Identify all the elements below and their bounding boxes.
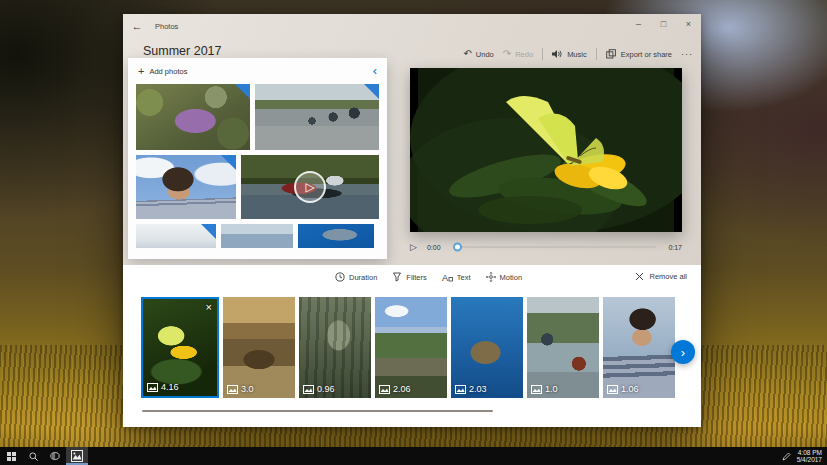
clock-icon (335, 272, 345, 282)
svg-text:A: A (442, 273, 448, 283)
maximize-icon: □ (661, 19, 666, 29)
storyboard-clip-butterfly[interactable]: × 4.16 (141, 297, 219, 398)
plus-icon: + (138, 65, 144, 77)
clock-time: 4:08 PM (797, 449, 822, 457)
export-share-button[interactable]: Export or share (606, 49, 672, 59)
taskbar-tray: 4:08 PM 5/4/2017 (782, 447, 827, 465)
photos-app-window: ← Photos – □ × Summer 2017 ↶ Undo ↷ Redo (123, 14, 701, 427)
undo-icon: ↶ (463, 49, 471, 59)
speaker-icon (552, 49, 563, 59)
clip-duration: 3.0 (227, 384, 254, 394)
app-title: Photos (155, 22, 178, 31)
undo-button[interactable]: ↶ Undo (463, 49, 493, 59)
back-icon: ← (132, 20, 143, 32)
image-icon (303, 385, 314, 394)
minimize-button[interactable]: – (626, 14, 651, 34)
filter-icon (392, 272, 402, 282)
toolbar-separator (542, 48, 543, 60)
seek-slider[interactable] (455, 246, 657, 248)
filters-label: Filters (406, 273, 426, 282)
close-button[interactable]: × (676, 14, 701, 34)
play-button[interactable]: ▷ (410, 242, 417, 252)
search-button[interactable] (22, 447, 44, 465)
transport-bar: ▷ 0:00 0:17 (410, 240, 682, 254)
library-photo-boy[interactable] (136, 155, 236, 219)
toolbar-separator (596, 48, 597, 60)
taskbar-left (0, 447, 88, 465)
video-preview[interactable] (410, 68, 682, 232)
add-photos-button[interactable]: + Add photos (138, 65, 187, 77)
library-video-boat[interactable]: ▷ (241, 155, 379, 219)
top-toolbar: ↶ Undo ↷ Redo Music (463, 48, 693, 60)
minimize-icon: – (636, 19, 641, 29)
library-photo-turtle[interactable] (298, 224, 374, 248)
storyboard-clip-cart[interactable]: 3.0 (223, 297, 295, 398)
back-button[interactable]: ← (123, 14, 151, 38)
redo-label: Redo (515, 50, 533, 59)
library-photo-starfish[interactable] (136, 84, 250, 150)
music-button[interactable]: Music (552, 49, 587, 59)
collapse-panel-button[interactable]: ‹ (373, 65, 377, 77)
taskbar: 4:08 PM 5/4/2017 (0, 447, 827, 465)
export-share-label: Export or share (621, 50, 672, 59)
task-view-button[interactable] (44, 447, 66, 465)
edit-toolbar: Duration Filters A Text (335, 272, 522, 282)
windows-ink-pen-icon[interactable] (782, 452, 791, 461)
redo-button[interactable]: ↷ Redo (503, 49, 533, 59)
clip-duration-value: 2.06 (393, 384, 411, 394)
storyboard-clip-ferry[interactable]: 1.0 (527, 297, 599, 398)
windows-logo-icon (7, 452, 16, 461)
library-photo-snow[interactable] (136, 224, 216, 248)
added-badge-icon (221, 155, 236, 170)
image-icon (379, 385, 390, 394)
taskbar-photos-app-button[interactable] (66, 447, 88, 465)
duration-label: Duration (349, 273, 377, 282)
close-icon: × (206, 301, 212, 313)
duration-button[interactable]: Duration (335, 272, 377, 282)
project-library-panel: + Add photos ‹ (128, 58, 387, 259)
chevron-left-icon: ‹ (373, 63, 377, 78)
task-view-icon (50, 452, 60, 460)
start-button[interactable] (0, 447, 22, 465)
storyboard-clip-stone-faces[interactable]: 0.96 (299, 297, 371, 398)
clip-duration-value: 4.16 (161, 382, 179, 392)
maximize-button[interactable]: □ (651, 14, 676, 34)
window-controls: – □ × (626, 14, 701, 34)
grid-row (136, 224, 379, 248)
library-photo-beach[interactable] (255, 84, 379, 150)
image-icon (607, 385, 618, 394)
motion-icon (486, 272, 496, 282)
horizontal-scrollbar[interactable] (142, 410, 493, 412)
clip-duration-value: 1.0 (545, 384, 558, 394)
see-more-button[interactable]: ··· (681, 49, 693, 59)
remove-all-button[interactable]: Remove all (635, 272, 687, 281)
clip-duration-value: 2.03 (469, 384, 487, 394)
play-icon: ▷ (305, 180, 314, 194)
clip-duration-value: 1.06 (621, 384, 639, 394)
motion-button[interactable]: Motion (486, 272, 523, 282)
storyboard-clip-temple[interactable]: 2.06 (375, 297, 447, 398)
photo-grid: ▷ (128, 84, 387, 248)
storyboard-clip-boy[interactable]: 1.06 (603, 297, 675, 398)
storyboard-section: Duration Filters A Text (123, 265, 701, 427)
panel-header: + Add photos ‹ (128, 58, 387, 84)
seek-slider-thumb[interactable] (453, 243, 462, 252)
library-photo-sea[interactable] (221, 224, 293, 248)
remove-clip-button[interactable]: × (206, 302, 212, 312)
remove-all-label: Remove all (649, 272, 687, 281)
page-title: Summer 2017 (143, 44, 222, 58)
grid-row: ▷ (136, 155, 379, 219)
filters-button[interactable]: Filters (392, 272, 426, 282)
titlebar: ← Photos – □ × (123, 14, 701, 38)
scroll-next-button[interactable]: › (671, 340, 695, 364)
storyboard-clip-turtle[interactable]: 2.03 (451, 297, 523, 398)
taskbar-clock[interactable]: 4:08 PM 5/4/2017 (797, 449, 822, 464)
grid-row (136, 84, 379, 150)
desktop: ← Photos – □ × Summer 2017 ↶ Undo ↷ Redo (0, 0, 827, 465)
image-icon (531, 385, 542, 394)
text-button[interactable]: A Text (442, 272, 471, 282)
image-icon (227, 385, 238, 394)
clip-duration: 1.06 (607, 384, 639, 394)
clip-duration: 4.16 (147, 382, 179, 392)
image-icon (147, 383, 158, 392)
